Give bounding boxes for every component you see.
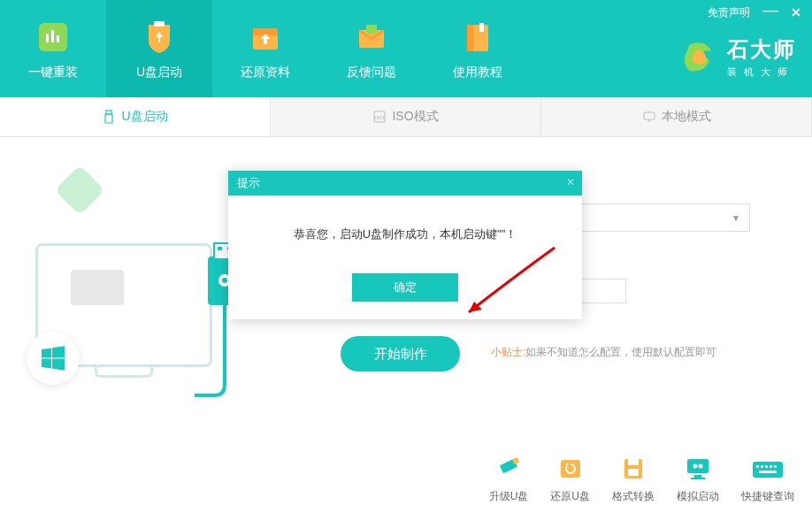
svg-point-32 bbox=[693, 464, 698, 469]
nav-reinstall[interactable]: 一键重装 bbox=[0, 0, 106, 97]
nav-label: 反馈问题 bbox=[347, 65, 396, 80]
modal-header: 提示 ✕ bbox=[228, 171, 582, 195]
svg-rect-41 bbox=[774, 465, 777, 468]
modal-close-button[interactable]: ✕ bbox=[566, 176, 575, 188]
minimize-button[interactable]: — bbox=[762, 5, 778, 14]
svg-point-33 bbox=[699, 464, 703, 469]
svg-rect-38 bbox=[761, 465, 763, 468]
svg-text:ISO: ISO bbox=[375, 115, 385, 120]
tool-label: 快捷键查询 bbox=[741, 489, 794, 504]
keyboard-icon bbox=[749, 456, 786, 482]
svg-rect-30 bbox=[628, 469, 639, 476]
tool-label: 升级U盘 bbox=[489, 489, 529, 504]
tab-iso[interactable]: ISO ISO模式 bbox=[271, 97, 541, 136]
svg-rect-8 bbox=[366, 25, 377, 34]
svg-rect-2 bbox=[51, 30, 54, 42]
monitor-icon bbox=[642, 110, 656, 124]
svg-rect-11 bbox=[479, 23, 484, 32]
svg-rect-1 bbox=[46, 34, 49, 42]
usb-stick-icon bbox=[490, 456, 527, 482]
svg-rect-12 bbox=[106, 111, 111, 114]
svg-rect-37 bbox=[756, 465, 759, 468]
svg-point-23 bbox=[222, 278, 227, 283]
svg-rect-31 bbox=[687, 459, 709, 473]
svg-rect-20 bbox=[218, 247, 222, 250]
close-button[interactable]: ✕ bbox=[791, 5, 801, 19]
svg-rect-39 bbox=[765, 465, 768, 468]
tab-label: 本地模式 bbox=[662, 109, 711, 125]
tool-format-convert[interactable]: 格式转换 bbox=[612, 456, 655, 504]
svg-rect-36 bbox=[753, 462, 783, 478]
tool-simulate-boot[interactable]: 模拟启动 bbox=[677, 456, 719, 504]
nav-label: U盘启动 bbox=[136, 65, 182, 80]
nav-label: 使用教程 bbox=[453, 65, 502, 80]
book-icon bbox=[457, 17, 498, 57]
svg-rect-29 bbox=[628, 459, 639, 465]
tool-label: 还原U盘 bbox=[550, 489, 590, 504]
iso-icon: ISO bbox=[372, 110, 387, 124]
start-button[interactable]: 开始制作 bbox=[341, 336, 460, 371]
svg-rect-40 bbox=[770, 465, 772, 468]
upload-box-icon bbox=[245, 17, 286, 57]
restore-icon bbox=[552, 456, 589, 482]
brand-sub: 装机大师 bbox=[727, 65, 796, 79]
tab-local[interactable]: 本地模式 bbox=[541, 97, 812, 136]
tip-content: 如果不知道怎么配置，使用默认配置即可 bbox=[525, 346, 716, 358]
nav-restore[interactable]: 还原资料 bbox=[212, 0, 318, 97]
usb-shield-icon bbox=[139, 17, 180, 57]
brand: 石大师 装机大师 bbox=[679, 35, 796, 79]
tool-label: 格式转换 bbox=[612, 489, 655, 504]
svg-rect-35 bbox=[691, 478, 705, 479]
modal-message: 恭喜您，启动U盘制作成功，本机启动键""！ bbox=[228, 195, 582, 264]
modal-ok-button[interactable]: 确定 bbox=[352, 273, 458, 302]
tip-text: 小贴士:如果不知道怎么配置，使用默认配置即可 bbox=[491, 345, 716, 360]
modal-title: 提示 bbox=[237, 175, 260, 191]
tool-upgrade-usb[interactable]: 升级U盘 bbox=[489, 456, 529, 504]
mode-tabs: U盘启动 ISO ISO模式 本地模式 bbox=[0, 97, 812, 137]
svg-rect-4 bbox=[154, 21, 165, 27]
nav-label: 一键重装 bbox=[28, 65, 78, 80]
svg-rect-34 bbox=[694, 475, 701, 478]
svg-rect-13 bbox=[105, 114, 112, 123]
floppy-icon bbox=[615, 456, 652, 482]
mail-icon bbox=[351, 17, 392, 57]
tool-label: 模拟启动 bbox=[677, 489, 719, 504]
bar-chart-icon bbox=[33, 17, 73, 57]
nav-usb-boot[interactable]: U盘启动 bbox=[106, 0, 212, 97]
svg-rect-10 bbox=[467, 25, 473, 51]
tab-usb-boot[interactable]: U盘启动 bbox=[0, 97, 271, 136]
nav-feedback[interactable]: 反馈问题 bbox=[318, 0, 425, 97]
svg-rect-3 bbox=[57, 35, 59, 42]
monitor-icon bbox=[679, 456, 716, 482]
tip-label: 小贴士: bbox=[491, 346, 525, 358]
usb-icon bbox=[102, 110, 116, 124]
windows-icon bbox=[27, 332, 80, 385]
svg-rect-16 bbox=[644, 112, 655, 119]
brand-name: 石大师 bbox=[727, 35, 796, 64]
tool-hotkey-query[interactable]: 快捷键查询 bbox=[741, 456, 794, 504]
tab-label: U盘启动 bbox=[121, 109, 167, 125]
tool-restore-usb[interactable]: 还原U盘 bbox=[550, 456, 590, 504]
success-modal: 提示 ✕ 恭喜您，启动U盘制作成功，本机启动键""！ 确定 bbox=[228, 171, 582, 319]
svg-rect-27 bbox=[561, 460, 580, 478]
app-header: 免责声明 — ✕ 一键重装 U盘启动 还原资料 反馈问题 使用教程 bbox=[0, 0, 812, 97]
brand-logo-icon bbox=[679, 37, 720, 78]
disclaimer-link[interactable]: 免责声明 bbox=[708, 5, 750, 20]
chevron-down-icon: ▼ bbox=[732, 213, 740, 223]
nav-tutorial[interactable]: 使用教程 bbox=[425, 0, 531, 97]
svg-rect-42 bbox=[759, 471, 777, 473]
tab-label: ISO模式 bbox=[392, 109, 438, 125]
nav-label: 还原资料 bbox=[241, 65, 290, 80]
bottom-tools: 升级U盘 还原U盘 格式转换 模拟启动 快捷键查询 bbox=[489, 456, 794, 504]
